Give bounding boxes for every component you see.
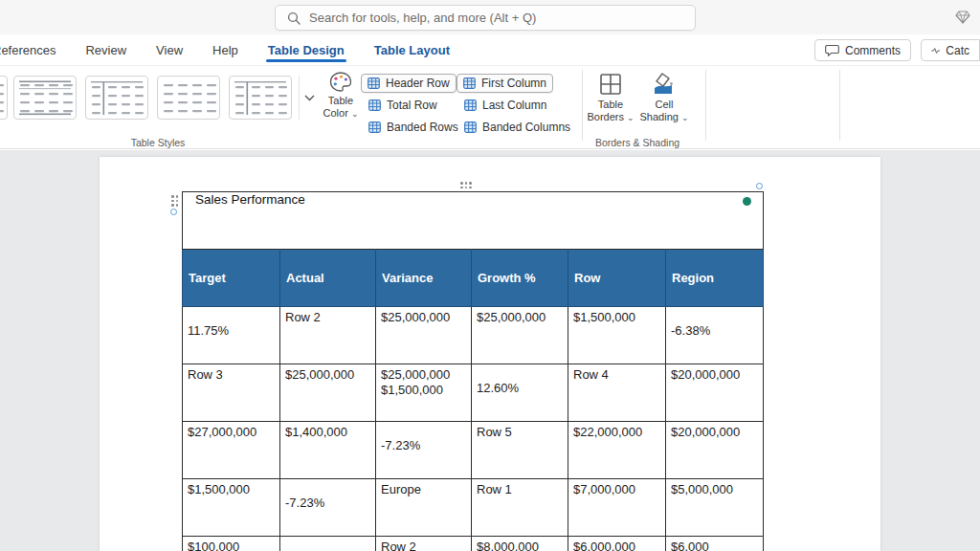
borders-shading-group-label: Borders & Shading [570,137,704,148]
comments-label: Comments [845,44,901,57]
column-header-region[interactable]: Region [666,250,764,307]
palette-icon [329,72,352,93]
table-cell[interactable]: $1,500,000 [568,307,666,364]
table-cell[interactable]: 11.75% [183,307,280,364]
cell-shading-button[interactable]: Cell Shading ⌄ [637,72,691,135]
table-cell[interactable]: Row 4 [568,364,666,422]
tab-review[interactable]: Review [83,36,128,64]
table-cell[interactable]: $1,500,000 [183,479,280,537]
cell-shading-icon [652,72,677,97]
table-color-button[interactable]: Table Color ⌄ [322,72,360,133]
column-header-variance[interactable]: Variance [376,250,472,307]
table-borders-button[interactable]: Table Borders ⌄ [584,72,637,135]
column-header-target[interactable]: Target [183,250,280,307]
tab-references[interactable]: References [0,36,57,64]
table-style-thumbnail-3[interactable] [157,76,220,120]
document-page[interactable]: Sales Performance Target Actual Variance… [100,157,880,551]
table-resize-handle[interactable] [756,183,763,189]
table-cell[interactable]: $22,000,000 [568,422,666,479]
table-cell[interactable]: $6,000 [666,537,764,551]
table-style-thumbnail-partial[interactable] [0,76,8,120]
table-style-thumbnail-2[interactable] [85,76,148,120]
table-color-label: Table Color ⌄ [323,95,359,119]
column-header-row[interactable]: Row [568,250,666,307]
table-borders-icon [598,72,623,97]
table-cell[interactable]: Europe [376,479,472,537]
sales-table: Sales Performance Target Actual Variance… [182,191,764,551]
table-move-handle-top[interactable] [460,182,472,188]
table-cell[interactable]: Row 1 [472,479,568,537]
table-cell[interactable]: Row 2 [280,307,376,364]
table-row: $100,00013.87%Row 2$8,000,000$6,000,000$… [183,537,764,551]
table-cell[interactable]: $25,000,000 [280,364,376,422]
table-cell[interactable]: Row 2 [376,537,472,551]
column-header-growth[interactable]: Growth % [472,250,568,307]
chevron-down-icon: ⌄ [681,113,689,122]
table-mini-icon [464,121,477,133]
option-header-row[interactable]: Header Row [361,74,457,93]
table-move-handle-left[interactable] [171,195,178,207]
table-styles-more-button[interactable] [299,76,320,120]
table-cell[interactable]: 13.87% [280,537,376,551]
search-icon [287,11,301,25]
table-cell[interactable]: $20,000,000 [666,422,764,479]
table-cell[interactable]: $25,000,000 [376,307,472,364]
column-header-actual[interactable]: Actual [280,250,376,307]
table-cell[interactable]: $25,000,000 [472,307,568,364]
catch-up-button[interactable]: Catc [921,39,980,61]
option-first-column[interactable]: First Column [457,74,553,93]
option-banded-columns[interactable]: Banded Columns [458,118,576,137]
table-cell[interactable]: $7,000,000 [568,479,666,537]
table-mini-icon [368,99,381,111]
table-cell[interactable]: $100,000 [183,537,280,551]
table-cell[interactable]: $25,000,000 $1,500,000 [376,364,472,422]
ribbon-divider [582,70,583,141]
ribbon-divider [839,70,840,141]
table-resize-handle[interactable] [170,209,177,215]
table-cell[interactable]: -6.38% [666,307,764,364]
table-mini-icon [464,99,477,111]
table-row: Row 3$25,000,000$25,000,000 $1,500,00012… [183,364,764,422]
table-cell[interactable]: -7.23% [280,479,376,537]
table-styles-group-label: Table Styles [91,137,225,148]
table-cell[interactable]: Row 5 [472,422,568,479]
table-mini-icon [368,77,380,89]
option-total-row[interactable]: Total Row [363,96,443,115]
table-title-cell[interactable]: Sales Performance [183,192,764,250]
table-cell[interactable]: $8,000,000 [472,537,568,551]
table-cell[interactable]: $20,000,000 [666,364,764,422]
top-bar: Search for tools, help, and more (Alt + … [0,0,980,34]
option-last-column[interactable]: Last Column [458,96,552,115]
tab-help[interactable]: Help [211,36,240,64]
table-row: 11.75%Row 2$25,000,000$25,000,000$1,500,… [183,307,764,364]
tab-table-layout[interactable]: Table Layout [372,36,452,64]
premium-gem-icon[interactable] [953,8,972,27]
table-borders-label: Table Borders ⌄ [587,99,634,123]
sales-table-container: Sales Performance Target Actual Variance… [182,191,763,551]
option-banded-rows[interactable]: Banded Rows [363,118,464,137]
ribbon-tabs: References Review View Help Table Design… [0,34,452,65]
app-window: Search for tools, help, and more (Alt + … [0,0,980,551]
table-row: $27,000,000$1,400,000-7.23%Row 5$22,000,… [183,422,764,479]
table-cell[interactable]: $27,000,000 [183,422,280,479]
cell-shading-label: Cell Shading ⌄ [640,99,689,123]
table-cell[interactable]: 12.60% [472,364,568,422]
presence-dot [743,197,751,206]
table-cell[interactable]: -7.23% [376,422,472,479]
table-cell[interactable]: $6,000,000 [568,537,666,551]
table-cell[interactable]: $5,000,000 [666,479,764,537]
chevron-down-icon: ⌄ [627,113,635,122]
table-title-row: Sales Performance [183,192,764,250]
table-style-thumbnail-1[interactable] [13,76,77,120]
tab-table-design[interactable]: Table Design [266,36,346,64]
tab-view[interactable]: View [154,36,185,64]
search-input[interactable]: Search for tools, help, and more (Alt + … [275,5,696,31]
search-placeholder: Search for tools, help, and more (Alt + … [309,11,536,25]
table-body: 11.75%Row 2$25,000,000$25,000,000$1,500,… [183,307,764,551]
comments-button[interactable]: Comments [814,39,911,61]
table-cell[interactable]: $1,400,000 [280,422,376,479]
table-cell[interactable]: Row 3 [183,364,280,422]
table-style-thumbnail-4[interactable] [229,76,292,120]
table-header-row: Target Actual Variance Growth % Row Regi… [183,250,764,307]
tab-actions: Comments Catc [814,39,980,62]
